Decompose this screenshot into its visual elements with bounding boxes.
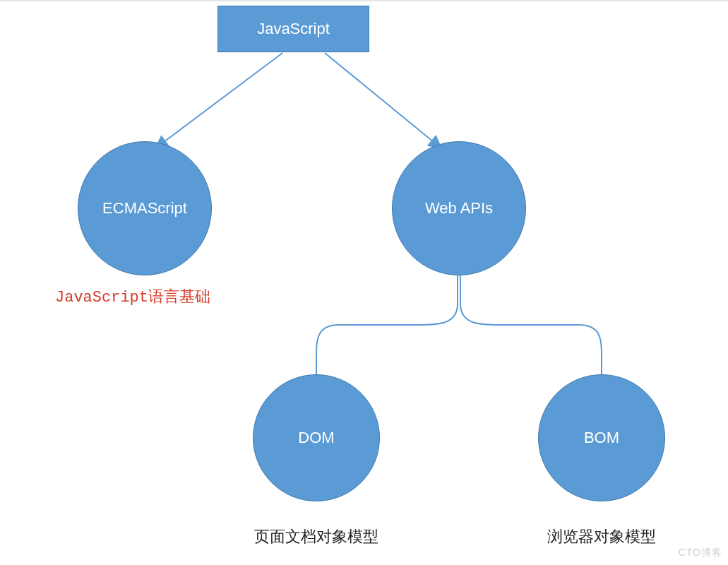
edge-root-webapis	[325, 53, 441, 148]
node-dom: DOM	[253, 374, 380, 501]
diagram-canvas: JavaScript ECMAScript JavaScript语言基础 Web…	[0, 0, 728, 565]
node-dom-label: DOM	[298, 429, 334, 447]
caption-dom: 页面文档对象模型	[254, 526, 378, 547]
caption-bom: 浏览器对象模型	[547, 526, 656, 547]
watermark: CTO博客	[679, 547, 722, 559]
node-webapis: Web APIs	[392, 141, 526, 275]
caption-ecmascript: JavaScript语言基础	[55, 286, 210, 307]
node-root-label: JavaScript	[257, 20, 330, 38]
node-ecmascript-label: ECMAScript	[102, 199, 187, 218]
node-bom: BOM	[538, 374, 665, 501]
node-bom-label: BOM	[584, 429, 619, 447]
node-webapis-label: Web APIs	[425, 199, 493, 218]
edge-root-ecmascript	[155, 53, 282, 148]
node-ecmascript: ECMAScript	[78, 141, 212, 275]
top-divider	[0, 0, 728, 1]
edge-webapis-dom	[316, 268, 458, 378]
edge-webapis-bom	[460, 268, 602, 378]
node-root: JavaScript	[217, 6, 369, 52]
